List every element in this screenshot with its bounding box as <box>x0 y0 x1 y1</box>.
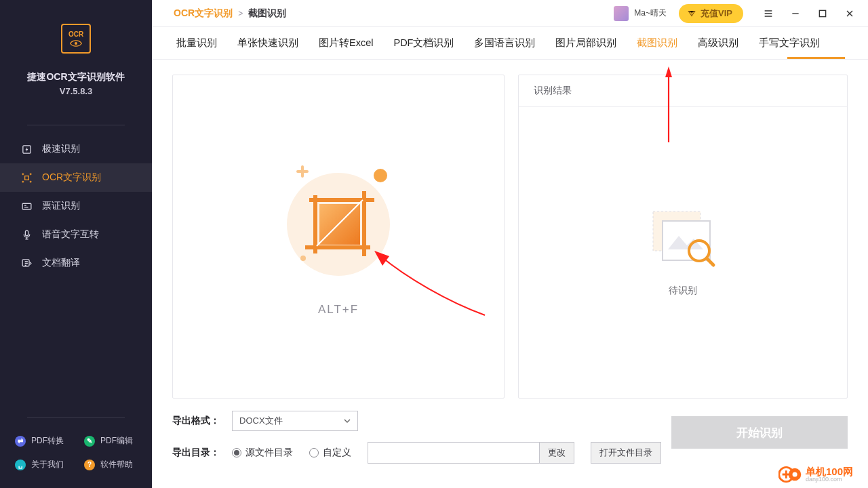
tab-multilang[interactable]: 多国语言识别 <box>474 27 535 59</box>
svg-rect-6 <box>819 10 825 16</box>
sidebar-item-speed[interactable]: 极速识别 <box>0 135 152 163</box>
result-title: 识别结果 <box>519 75 847 107</box>
sidebar-item-translate[interactable]: 文档翻译 <box>0 249 152 277</box>
svg-rect-10 <box>319 204 360 245</box>
sidebar-item-ocr[interactable]: OCR文字识别 <box>0 163 152 192</box>
brand-name: 捷速OCR文字识别软件 <box>0 71 152 83</box>
main: OCR文字识别 > 截图识别 Ma~晴天 充值VIP 批量识别 单张快速识别 <box>152 0 868 488</box>
logo-text: OCR <box>68 30 83 39</box>
export-format-label: 导出格式： <box>172 415 225 427</box>
radio-label: 自定义 <box>323 447 351 459</box>
hamburger-icon <box>763 8 774 19</box>
info-icon: ␣ <box>15 460 26 470</box>
menu-button[interactable] <box>762 7 774 20</box>
tab-underline <box>787 57 845 59</box>
diamond-icon <box>687 9 696 18</box>
bolt-icon <box>20 143 33 155</box>
vip-button[interactable]: 充值VIP <box>679 4 743 23</box>
breadcrumb-root[interactable]: OCR文字识别 <box>174 7 233 20</box>
export-format-select[interactable]: DOCX文件 <box>232 411 358 431</box>
result-panel: 识别结果 待识别 <box>518 75 848 399</box>
radio-source-dir[interactable]: 源文件目录 <box>232 447 293 459</box>
footer-link-label: 软件帮助 <box>100 459 133 470</box>
breadcrumb-separator: > <box>238 9 243 18</box>
tab-single[interactable]: 单张快速识别 <box>237 27 298 59</box>
brand-version: V7.5.8.3 <box>0 86 152 96</box>
radio-dot-icon <box>309 448 319 458</box>
tab-bar: 批量识别 单张快速识别 图片转Excel PDF文档识别 多国语言识别 图片局部… <box>152 27 868 59</box>
close-icon <box>844 8 855 19</box>
tab-batch[interactable]: 批量识别 <box>176 27 217 59</box>
sidebar-item-voice[interactable]: 语音文字互转 <box>0 220 152 249</box>
crop-icon <box>20 171 33 184</box>
svg-rect-4 <box>25 230 28 236</box>
footer-link-label: PDF转换 <box>31 435 64 447</box>
footer-link-label: PDF编辑 <box>100 435 133 447</box>
translate-icon <box>20 257 33 269</box>
tab-screenshot[interactable]: 截图识别 <box>637 27 677 59</box>
footer-link-about[interactable]: ␣关于我们 <box>15 459 68 470</box>
pencil-icon: ✎ <box>84 436 95 447</box>
tab-img-to-excel[interactable]: 图片转Excel <box>319 27 373 59</box>
hotkey-label: ALT+F <box>318 303 359 317</box>
help-icon: ? <box>84 460 95 470</box>
sidebar-nav: 极速识别 OCR文字识别 票证识别 语音文字互转 文档翻译 <box>0 135 152 277</box>
close-button[interactable] <box>844 7 856 20</box>
footer-link-label: 关于我们 <box>31 459 64 470</box>
start-button[interactable]: 开始识别 <box>671 416 848 449</box>
change-dir-button[interactable]: 更改 <box>540 442 574 464</box>
crop-illustration-icon <box>277 157 399 279</box>
divider <box>27 125 125 125</box>
card-icon <box>20 200 33 212</box>
open-dir-button[interactable]: 打开文件目录 <box>591 442 661 464</box>
tab-handwriting[interactable]: 手写文字识别 <box>759 27 820 59</box>
app-logo: OCR <box>61 24 91 54</box>
svg-point-9 <box>300 256 306 261</box>
user-name: Ma~晴天 <box>634 7 667 19</box>
svg-point-0 <box>75 42 77 45</box>
divider <box>27 417 125 418</box>
sidebar-item-label: 票证识别 <box>42 200 80 212</box>
sidebar-footer: ⇄PDF转换 ✎PDF编辑 ␣关于我们 ?软件帮助 <box>0 413 152 488</box>
capture-area[interactable]: ALT+F <box>172 75 505 399</box>
footer-link-pdf-edit[interactable]: ✎PDF编辑 <box>84 435 137 447</box>
titlebar: OCR文字识别 > 截图识别 Ma~晴天 充值VIP <box>152 0 868 26</box>
minimize-icon <box>790 8 801 19</box>
footer-link-pdf-convert[interactable]: ⇄PDF转换 <box>15 435 68 447</box>
tab-pdf[interactable]: PDF文档识别 <box>393 27 454 59</box>
svg-point-8 <box>374 169 387 182</box>
microphone-icon <box>20 228 33 241</box>
eye-icon <box>68 40 83 47</box>
user-chip[interactable]: Ma~晴天 <box>614 6 667 21</box>
placeholder-image-icon <box>649 209 717 270</box>
sidebar-item-label: 极速识别 <box>42 143 80 155</box>
export-bar: 导出格式： DOCX文件 导出目录： 源文件目录 自定义 更改 打开文件目录 开… <box>152 399 868 488</box>
maximize-icon <box>817 8 828 19</box>
radio-dot-icon <box>232 448 241 458</box>
maximize-button[interactable] <box>816 7 829 20</box>
sidebar-item-label: 语音文字互转 <box>42 228 99 241</box>
minimize-button[interactable] <box>789 7 802 20</box>
arrow-icon: ⇄ <box>15 436 26 447</box>
sidebar: OCR 捷速OCR文字识别软件 V7.5.8.3 极速识别 OCR文字识别 票证… <box>0 0 152 488</box>
svg-rect-2 <box>24 176 28 180</box>
vip-label: 充值VIP <box>701 7 732 20</box>
export-path-input[interactable] <box>368 442 540 464</box>
sidebar-item-label: 文档翻译 <box>42 257 80 269</box>
tab-advanced[interactable]: 高级识别 <box>698 27 738 59</box>
radio-label: 源文件目录 <box>245 447 293 459</box>
footer-link-help[interactable]: ?软件帮助 <box>84 459 137 470</box>
avatar <box>614 6 629 21</box>
export-dir-label: 导出目录： <box>172 447 225 459</box>
result-empty-text: 待识别 <box>669 285 697 297</box>
sidebar-item-ticket[interactable]: 票证识别 <box>0 192 152 220</box>
chevron-down-icon <box>344 419 351 423</box>
radio-custom-dir[interactable]: 自定义 <box>309 447 351 459</box>
svg-rect-3 <box>22 203 31 209</box>
select-value: DOCX文件 <box>239 415 283 427</box>
breadcrumb-leaf: 截图识别 <box>248 7 286 20</box>
tab-partial[interactable]: 图片局部识别 <box>555 27 616 59</box>
sidebar-item-label: OCR文字识别 <box>42 171 101 184</box>
